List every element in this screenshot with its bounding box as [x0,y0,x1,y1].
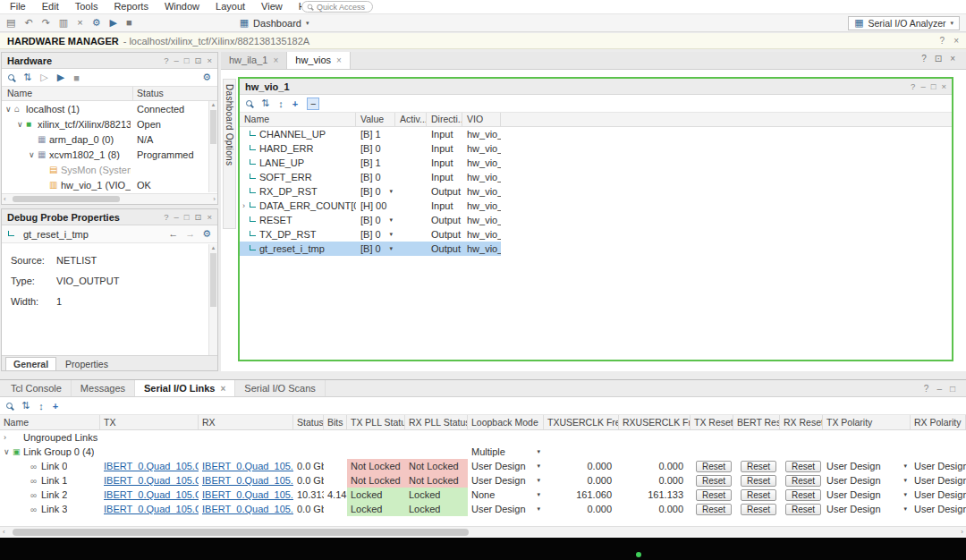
rx-reset-button[interactable]: Reset [785,489,821,501]
dropdown-icon[interactable]: ▾ [903,462,907,470]
probe-value-cell[interactable]: [H] 00 ▾ [356,199,395,213]
serial-link-row[interactable]: Link 0 IBERT_0.Quad_105.CH_0.TX IBERT_0.… [0,459,966,473]
tx-endpoint-link[interactable]: IBERT_0.Quad_105.CH_0.TX [104,461,199,471]
menu-item[interactable]: Edit [34,0,67,13]
toolbar-icon[interactable]: ■ [126,17,132,29]
gear-icon[interactable]: ⚙ [202,72,211,83]
tx-polarity-select[interactable]: ▾ [823,445,911,459]
serial-link-row[interactable]: Link 2 IBERT_0.Quad_105.CH_2.TX IBERT_0.… [0,488,966,502]
dashboard-options-strip[interactable]: Dashboard Options [223,79,236,229]
expand-collapse-icon[interactable]: ⇅ [21,400,30,412]
float-icon[interactable]: ⊡ [194,55,201,65]
probe-value-cell[interactable]: [B] 1 ▾ [356,127,395,141]
tx-reset-button[interactable]: Reset [696,475,732,487]
toolbar-icon[interactable]: ↶ [24,17,32,29]
maximize-icon[interactable]: □ [184,212,190,222]
dropdown-icon[interactable]: ▾ [903,505,907,513]
bert-reset-button[interactable]: Reset [741,461,776,472]
toolbar-icon[interactable]: ⚙ [92,17,101,29]
rx-reset-button[interactable]: Reset [785,461,821,472]
probe-value-cell[interactable]: [B] 0 ▾ [356,170,395,184]
tree-chevron-icon[interactable]: ∨ [5,105,14,114]
serial-link-row[interactable]: › Ungrouped Links (0) ▾ [0,430,966,445]
sort-icon[interactable]: ↕ [38,401,44,412]
probe-value-cell[interactable]: [B] 0 ▾ [356,227,395,242]
maximize-icon[interactable]: □ [950,384,955,394]
vio-probe-row[interactable]: › DATA_ERR_COUNT[0:7] [H] 00 ▾ Input hw_… [240,199,501,213]
help-icon[interactable]: ? [924,384,929,394]
tx-reset-button[interactable]: Reset [696,461,732,472]
loopback-mode-select[interactable]: User Design ▾ [468,459,544,473]
forward-icon[interactable]: → [185,228,195,240]
vio-probe-row[interactable]: TX_DP_RST [B] 0 ▾ Output hw_vio_1 [240,227,501,242]
help-icon[interactable]: ? [911,81,915,91]
loopback-mode-select[interactable]: None ▾ [468,488,544,502]
dropdown-icon[interactable]: ▾ [389,188,393,195]
tx-polarity-select[interactable]: User Design ▾ [823,488,911,502]
search-icon[interactable] [8,74,14,81]
tree-chevron-icon[interactable]: › [4,433,13,442]
vertical-scrollbar[interactable]: ▲ [208,101,217,192]
run-icon[interactable]: ▶ [57,72,64,83]
menu-item[interactable]: Tools [67,0,106,13]
close-icon[interactable]: × [207,55,212,65]
sort-icon[interactable]: ↕ [278,98,284,109]
remove-probe-button[interactable]: − [307,98,319,110]
dropdown-icon[interactable]: ▾ [903,491,907,498]
rx-endpoint-link[interactable]: IBERT_0.Quad_105.CH_2.RX [202,489,293,500]
loopback-mode-select[interactable]: User Design ▾ [468,502,544,516]
probe-value-cell[interactable]: [B] 0 ▾ [356,213,395,227]
menu-item[interactable]: View [253,0,291,13]
float-icon[interactable]: ⊡ [194,212,201,222]
quick-access-search[interactable]: Quick Access [301,1,373,13]
dropdown-icon[interactable]: ▾ [537,505,540,513]
probe-value-cell[interactable]: [B] 0 ▾ [356,184,395,199]
hardware-tree-row[interactable]: ∨ xilinx_tcf/Xilinx/882138135182A (2) Op… [2,116,217,132]
expand-icon[interactable]: › [242,201,250,210]
tree-chevron-icon[interactable]: ∨ [17,120,26,129]
minimize-icon[interactable]: – [174,55,178,65]
add-probe-icon[interactable]: + [292,98,298,109]
toolbar-icon[interactable]: ↷ [42,17,50,29]
bottom-tab[interactable]: Messages [72,380,135,396]
hardware-tree-row[interactable]: SysMon (System Monitor) [2,162,217,177]
close-icon[interactable]: × [207,212,212,222]
bert-reset-button[interactable]: Reset [741,475,776,487]
dropdown-icon[interactable]: ▾ [389,231,393,238]
tx-reset-button[interactable]: Reset [696,489,732,501]
scrollbar-thumb[interactable] [13,529,469,536]
bottom-tab[interactable]: Tcl Console [2,380,72,396]
minimize-icon[interactable]: – [936,384,942,394]
minimize-icon[interactable]: – [920,81,925,91]
loopback-mode-select[interactable]: Multiple ▾ [468,445,544,459]
menu-item[interactable]: Window [157,0,208,13]
vertical-scrollbar[interactable]: ▲ [208,244,217,357]
help-icon[interactable]: ? [921,54,927,64]
help-icon[interactable]: ? [164,55,168,65]
hardware-tree-row[interactable]: hw_vio_1 (VIO_VMK180) OK [2,177,217,192]
tx-reset-button[interactable]: Reset [696,504,732,515]
probe-value-cell[interactable]: [B] 1 ▾ [356,156,395,170]
step-icon[interactable]: ▷ [40,72,47,83]
serial-link-row[interactable]: Link 3 IBERT_0.Quad_105.CH_3.TX IBERT_0.… [0,502,966,516]
toolbar-icon[interactable]: ▤ [6,17,15,29]
horizontal-scrollbar[interactable]: ‹ › [2,193,217,204]
tx-endpoint-link[interactable]: IBERT_0.Quad_105.CH_1.TX [104,475,199,486]
tx-endpoint-link[interactable]: IBERT_0.Quad_105.CH_2.TX [104,489,199,500]
add-link-icon[interactable]: + [53,401,58,412]
vio-probe-row[interactable]: RX_DP_RST [B] 0 ▾ Output hw_vio_1 [240,184,501,199]
dropdown-icon[interactable]: ▾ [537,448,540,455]
serial-link-row[interactable]: ∨ Link Group 0 (4) Multiple ▾ [0,445,966,459]
dropdown-icon[interactable]: ▾ [903,477,907,484]
toolbar-icon[interactable]: × [77,17,82,29]
vio-probe-row[interactable]: CHANNEL_UP [B] 1 ▾ Input hw_vio_1 [240,127,501,141]
dropdown-icon[interactable]: ▾ [389,216,393,224]
close-icon[interactable] [273,52,278,69]
toolbar-icon[interactable]: ▶ [110,17,117,29]
rx-polarity-select[interactable]: User Design [911,488,966,502]
loopback-mode-select[interactable]: User Design ▾ [468,473,544,488]
help-icon[interactable]: ? [164,212,168,222]
search-icon[interactable] [6,403,13,409]
vio-probe-row[interactable]: LANE_UP [B] 1 ▾ Input hw_vio_1 [240,156,501,170]
scroll-right-icon[interactable]: › [213,195,216,203]
